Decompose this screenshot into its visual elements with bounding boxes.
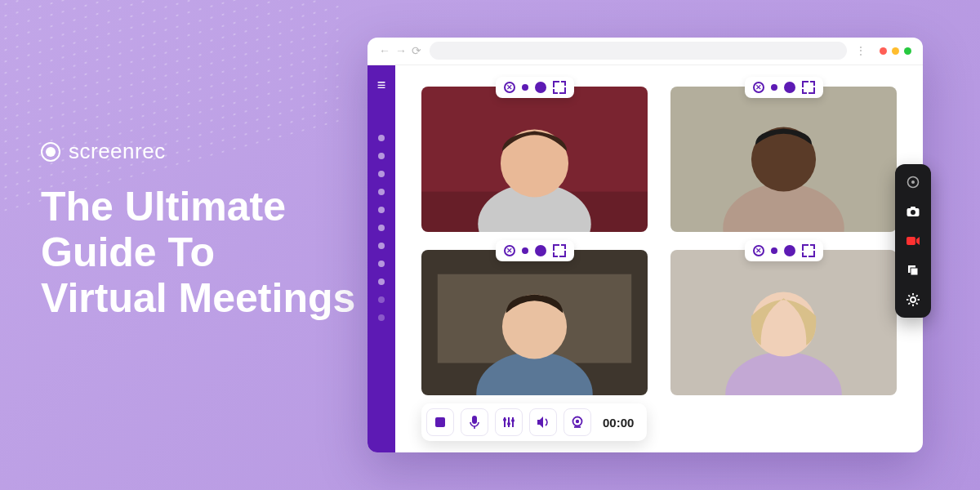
recording-timer: 00:00 bbox=[603, 416, 634, 430]
webcam-icon bbox=[570, 416, 585, 429]
video-tile: ✕ bbox=[670, 87, 897, 232]
speaker-button[interactable] bbox=[529, 408, 557, 436]
mic-icon bbox=[468, 415, 481, 430]
svg-line-40 bbox=[916, 295, 918, 296]
svg-rect-14 bbox=[472, 416, 477, 424]
floating-tool-panel bbox=[895, 164, 931, 318]
mic-button[interactable] bbox=[461, 408, 488, 436]
webcam-button[interactable] bbox=[564, 408, 591, 436]
link-icon[interactable] bbox=[903, 172, 923, 192]
browser-reload-icon[interactable]: ⟳ bbox=[412, 44, 421, 57]
recording-toolbar: 00:00 bbox=[421, 403, 647, 441]
browser-more-icon[interactable]: ⋮ bbox=[855, 44, 866, 57]
gear-icon[interactable] bbox=[903, 290, 923, 310]
close-icon[interactable]: ✕ bbox=[753, 245, 764, 256]
tile-control-pill: ✕ bbox=[496, 77, 574, 98]
sidebar-dot[interactable] bbox=[378, 189, 385, 195]
browser-chrome-bar: ← → ⟳ ⋮ bbox=[368, 38, 923, 65]
tile-control-pill: ✕ bbox=[745, 240, 823, 261]
record-dot-large-icon[interactable] bbox=[535, 82, 546, 93]
participant-thumbnail bbox=[670, 250, 897, 395]
close-icon[interactable]: ✕ bbox=[504, 245, 515, 256]
video-grid: ✕ ✕ bbox=[421, 87, 897, 395]
video-tile: ✕ bbox=[421, 250, 648, 395]
fullscreen-icon[interactable] bbox=[802, 244, 815, 257]
browser-address-bar[interactable] bbox=[430, 42, 847, 60]
tile-control-pill: ✕ bbox=[496, 240, 574, 261]
traffic-light-red[interactable] bbox=[880, 47, 887, 55]
svg-point-20 bbox=[507, 422, 510, 425]
fullscreen-icon[interactable] bbox=[553, 244, 566, 257]
sidebar-dot[interactable] bbox=[378, 243, 385, 249]
brand-logo-icon bbox=[41, 142, 60, 162]
sidebar-dot[interactable] bbox=[378, 261, 385, 267]
hero-title: The Ultimate Guide To Virtual Meetings bbox=[41, 184, 355, 321]
sidebar-dot[interactable] bbox=[378, 171, 385, 177]
record-icon[interactable] bbox=[903, 231, 923, 251]
hero-left-column: screenrec The Ultimate Guide To Virtual … bbox=[41, 139, 355, 321]
app-body: ≡ bbox=[368, 65, 923, 452]
browser-nav-icons: ← → ⟳ bbox=[379, 44, 421, 57]
traffic-light-yellow[interactable] bbox=[892, 47, 899, 55]
svg-point-21 bbox=[511, 419, 514, 422]
svg-point-23 bbox=[576, 420, 579, 423]
record-dot-large-icon[interactable] bbox=[784, 245, 795, 256]
svg-point-28 bbox=[911, 210, 915, 215]
sidebar-dot[interactable] bbox=[378, 278, 385, 285]
svg-rect-29 bbox=[906, 237, 915, 245]
sidebar-dot[interactable] bbox=[378, 135, 385, 141]
record-dot-small-icon[interactable] bbox=[522, 84, 528, 91]
copy-icon[interactable] bbox=[903, 261, 923, 280]
fullscreen-icon[interactable] bbox=[802, 81, 815, 94]
levels-icon bbox=[502, 416, 515, 429]
sidebar-dot[interactable] bbox=[378, 153, 385, 159]
sidebar-dot[interactable] bbox=[378, 207, 385, 213]
svg-line-39 bbox=[908, 303, 910, 305]
browser-back-icon[interactable]: ← bbox=[379, 44, 390, 57]
stop-button[interactable] bbox=[426, 408, 454, 436]
svg-line-37 bbox=[908, 295, 910, 296]
participant-thumbnail bbox=[670, 87, 897, 232]
hamburger-icon[interactable]: ≡ bbox=[377, 77, 386, 94]
svg-point-32 bbox=[911, 297, 915, 302]
video-area: ✕ ✕ bbox=[395, 65, 923, 452]
record-dot-small-icon[interactable] bbox=[771, 247, 777, 254]
record-dot-small-icon[interactable] bbox=[522, 247, 528, 254]
fullscreen-icon[interactable] bbox=[553, 81, 566, 94]
browser-traffic-lights bbox=[880, 47, 911, 55]
browser-forward-icon[interactable]: → bbox=[395, 44, 407, 57]
record-dot-small-icon[interactable] bbox=[771, 84, 777, 91]
svg-rect-27 bbox=[911, 207, 915, 209]
record-dot-large-icon[interactable] bbox=[535, 245, 546, 256]
svg-rect-31 bbox=[911, 268, 918, 275]
close-icon[interactable]: ✕ bbox=[753, 82, 764, 93]
sidebar-dot[interactable] bbox=[378, 296, 385, 303]
hero-title-line-3: Virtual Meetings bbox=[41, 275, 355, 321]
video-tile: ✕ bbox=[421, 87, 648, 232]
record-dot-large-icon[interactable] bbox=[784, 82, 795, 93]
sidebar-dot[interactable] bbox=[378, 225, 385, 231]
hero-title-line-2: Guide To bbox=[41, 229, 215, 275]
browser-window: ← → ⟳ ⋮ ≡ bbox=[368, 38, 923, 452]
brand-name: screenrec bbox=[69, 139, 166, 164]
svg-line-38 bbox=[916, 303, 918, 305]
svg-point-19 bbox=[503, 418, 506, 421]
brand-row: screenrec bbox=[41, 139, 355, 164]
video-tile: ✕ bbox=[670, 250, 897, 395]
speaker-icon bbox=[536, 416, 550, 429]
hero-title-line-1: The Ultimate bbox=[41, 184, 286, 229]
close-icon[interactable]: ✕ bbox=[504, 82, 515, 93]
app-sidebar: ≡ bbox=[368, 65, 395, 452]
camera-icon[interactable] bbox=[903, 202, 923, 221]
participant-thumbnail bbox=[421, 87, 648, 232]
levels-button[interactable] bbox=[495, 408, 523, 436]
tile-control-pill: ✕ bbox=[745, 77, 823, 98]
sidebar-dot[interactable] bbox=[378, 314, 385, 321]
participant-thumbnail bbox=[421, 250, 648, 395]
svg-point-25 bbox=[911, 180, 915, 184]
traffic-light-green[interactable] bbox=[904, 47, 911, 55]
